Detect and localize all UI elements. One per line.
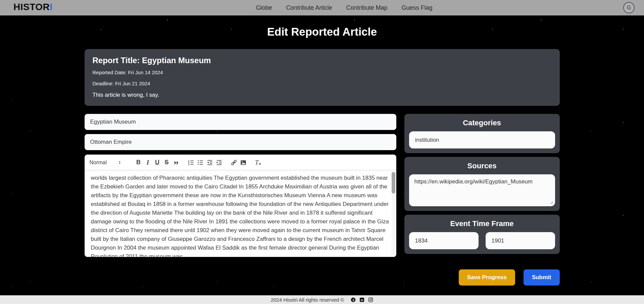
chevron-up-down-icon: ▴▾ [119,161,120,165]
svg-text:3: 3 [188,163,189,165]
toolbar-group-format: B I U S ” [134,158,181,167]
facebook-icon[interactable]: f [351,297,356,302]
editor-toolbar: Normal ▴▾ B I U S ” 1 [85,155,396,170]
page-title: Edit Reported Article [0,26,644,38]
toolbar-group-clean: Tx [253,158,263,167]
report-message: This article is wrong, I say. [93,92,552,98]
image-icon[interactable] [239,158,248,167]
rich-text-editor: Normal ▴▾ B I U S ” 1 [85,155,396,257]
outdent-icon[interactable] [205,158,214,167]
toolbar-group-insert [229,158,248,167]
footer-social-icons: f in [351,297,373,302]
strikethrough-icon[interactable]: S [162,158,171,167]
format-picker[interactable]: Normal ▴▾ [90,160,123,166]
sources-textarea[interactable]: https://en.wikipedia.org/wiki/Egyptian_M… [409,174,555,206]
logo-accent-letter: I [50,2,52,12]
nav-link-contribute-article[interactable]: Contribute Article [286,4,332,11]
svg-text:f: f [353,298,354,302]
editor-content[interactable]: worlds largest collection of Pharaonic a… [85,170,396,257]
navbar: HISTORI Globe Contribute Article Contrib… [0,0,644,15]
report-deadline: Deadline: Fri Jun 21 2024 [93,81,552,86]
time-frame-end-input[interactable] [486,232,555,249]
ordered-list-icon[interactable]: 1 2 3 [186,158,196,167]
metadata-column: Categories Sources https://en.wikipedia.… [404,114,560,257]
editor-scrollbar-thumb[interactable] [392,172,395,193]
instagram-icon[interactable] [368,297,373,302]
categories-title: Categories [409,119,555,127]
format-picker-label: Normal [90,160,107,166]
report-title: Report Title: Egyptian Museum [93,56,552,65]
sources-title: Sources [409,162,555,170]
sources-card: Sources https://en.wikipedia.org/wiki/Eg… [404,157,560,211]
clear-formatting-icon[interactable]: Tx [253,158,263,167]
app-logo[interactable]: HISTORI [13,2,53,12]
action-buttons-row: Save Progress Submit [85,269,560,286]
bullet-list-icon[interactable] [196,158,205,167]
footer-copyright: 2024 Hisotri All rights reserved © [271,297,344,303]
user-avatar[interactable]: G [623,2,635,13]
bold-icon[interactable]: B [134,158,143,167]
time-frame-title: Event Time Frame [409,219,555,228]
editor-scrollbar [392,171,395,256]
nav-link-globe[interactable]: Globe [256,4,272,11]
time-frame-card: Event Time Frame [404,215,560,254]
submit-button[interactable]: Submit [524,269,560,286]
article-subtitle-input[interactable] [85,134,396,150]
nav-links: Globe Contribute Article Contribute Map … [256,4,432,11]
categories-card: Categories [404,114,560,153]
editor-text: worlds largest collection of Pharaonic a… [91,174,390,257]
indent-icon[interactable] [214,158,224,167]
italic-icon[interactable]: I [143,158,153,167]
linkedin-icon[interactable]: in [359,297,364,302]
toolbar-group-lists: 1 2 3 [186,158,224,167]
main-content: Report Title: Egyptian Museum Reported D… [85,49,560,286]
footer: 2024 Hisotri All rights reserved © f in [0,295,644,304]
article-title-input[interactable] [85,114,396,130]
link-icon[interactable] [229,158,239,167]
nav-link-guess-flag[interactable]: Guess Flag [402,4,433,11]
time-frame-start-input[interactable] [409,232,479,249]
svg-text:in: in [361,299,363,301]
logo-text: HISTOR [13,2,50,12]
blockquote-icon[interactable]: ” [171,158,181,167]
article-edit-column: Normal ▴▾ B I U S ” 1 [85,114,396,257]
nav-link-contribute-map[interactable]: Contribute Map [346,4,388,11]
report-date: Reported Date: Fri Jun 14 2024 [93,70,552,75]
save-progress-button[interactable]: Save Progress [459,269,515,286]
underline-icon[interactable]: U [153,158,162,167]
categories-input[interactable] [409,131,555,148]
report-info-card: Report Title: Egyptian Museum Reported D… [85,49,560,106]
